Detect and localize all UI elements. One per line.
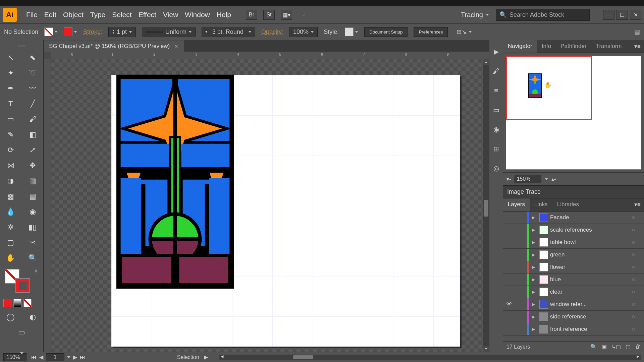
scrollbar-thumb[interactable] [484, 200, 488, 217]
hand-tool[interactable]: ✋ [0, 251, 21, 265]
menu-help[interactable]: Help [217, 11, 231, 19]
first-artboard-icon[interactable]: ⏮ [31, 354, 37, 360]
close-icon[interactable]: ✕ [174, 44, 178, 49]
stock-search[interactable]: 🔍 Search Adobe Stock [496, 9, 590, 21]
eraser-tool[interactable]: ◧ [22, 127, 44, 142]
tab-links[interactable]: Links [530, 198, 552, 211]
opacity-label[interactable]: Opacity: [261, 28, 283, 36]
menu-file[interactable]: File [26, 11, 38, 19]
new-sublayer-icon[interactable]: ↳▢ [611, 344, 621, 350]
ruler-horizontal[interactable]: 012 345 678 9 [51, 52, 489, 59]
scroll-up-arrow[interactable]: ▲ [483, 59, 489, 65]
opacity-input[interactable]: 100% [289, 27, 318, 37]
stroke-label[interactable]: Stroke: [83, 28, 102, 36]
panel-grip[interactable]: ≡≡≡ [0, 44, 43, 50]
color-mode-gradient[interactable] [13, 299, 21, 307]
line-tool[interactable]: ╱ [22, 97, 44, 111]
menu-edit[interactable]: Edit [44, 11, 56, 19]
brush-panel-icon[interactable]: 🖌 [491, 66, 501, 76]
navigator-preview[interactable]: ✋ [506, 56, 641, 170]
symbols-panel-icon[interactable]: ⊞ [491, 144, 501, 154]
preferences-button[interactable]: Preferences [414, 27, 448, 37]
zoom-level[interactable]: 150% [3, 353, 26, 361]
last-artboard-icon[interactable]: ⏭ [80, 354, 85, 360]
slice-tool[interactable]: ✂ [22, 235, 44, 250]
scroll-right-arrow[interactable]: ▶ [637, 354, 639, 359]
tab-layers[interactable]: Layers [503, 198, 530, 211]
layer-row[interactable]: ▶scale references○ [503, 224, 644, 236]
layer-name[interactable]: side reference [550, 313, 629, 320]
expand-layer-icon[interactable]: ▶ [529, 327, 537, 331]
ruler-vertical[interactable] [44, 59, 51, 352]
target-icon[interactable]: ○ [629, 313, 639, 320]
stock-icon[interactable]: St [263, 10, 275, 20]
canvas[interactable]: ▲ ▼ [51, 59, 489, 352]
chevron-down-icon[interactable] [74, 31, 77, 33]
tab-libraries[interactable]: Libraries [552, 198, 584, 211]
status-menu-icon[interactable]: ▶ [204, 354, 208, 360]
expand-layer-icon[interactable]: ▶ [529, 240, 537, 245]
new-layer-icon[interactable]: ▢ [626, 344, 631, 350]
target-icon[interactable]: ○ [629, 214, 639, 221]
selection-tool[interactable]: ↖ [0, 50, 21, 65]
lasso-tool[interactable]: ➰ [22, 66, 44, 80]
layer-row[interactable]: ▶table bowl○ [503, 236, 644, 249]
scrollbar-thumb[interactable] [293, 355, 313, 359]
screen-mode-icon[interactable]: ▭ [0, 325, 43, 340]
layer-row[interactable]: ▶side reference○ [503, 311, 644, 323]
menu-object[interactable]: Object [63, 11, 84, 19]
layer-row[interactable]: ▶flower○ [503, 261, 644, 274]
shape-builder-tool[interactable]: ◑ [0, 174, 21, 188]
shaper-tool[interactable]: ✎ [0, 127, 21, 142]
stroke-weight-input[interactable]: ▲▼ 1 pt [108, 27, 136, 37]
menu-select[interactable]: Select [112, 11, 131, 19]
locate-layer-icon[interactable]: 🔍 [590, 344, 597, 350]
gpu-icon[interactable]: ⟋ [298, 10, 310, 20]
layer-row[interactable]: ▶green○ [503, 249, 644, 261]
mesh-tool[interactable]: ▩ [0, 189, 21, 204]
chevron-down-icon[interactable] [355, 31, 358, 33]
stroke-box[interactable] [15, 278, 30, 293]
color-mode-none[interactable] [23, 299, 32, 307]
width-tool[interactable]: ⋈ [0, 158, 21, 173]
chevron-down-icon[interactable] [54, 31, 58, 33]
vertical-scrollbar[interactable]: ▲ ▼ [483, 59, 489, 352]
clip-mask-icon[interactable]: ▣ [602, 344, 607, 350]
menu-effect[interactable]: Effect [139, 11, 156, 19]
draw-behind-icon[interactable]: ◐ [22, 310, 44, 324]
layer-row[interactable]: ▶blue○ [503, 274, 644, 286]
maximize-button[interactable]: ☐ [616, 10, 628, 20]
layer-name[interactable]: table bowl [550, 239, 629, 246]
graph-tool[interactable]: ▮▯ [22, 220, 44, 235]
scroll-left-arrow[interactable]: ◀ [221, 354, 223, 359]
brush-select[interactable]: • 3 pt. Round [202, 27, 255, 37]
tab-transform[interactable]: Transform [591, 40, 627, 53]
layer-name[interactable]: flower [550, 264, 629, 270]
bridge-icon[interactable]: Br [246, 10, 257, 20]
zoom-out-icon[interactable]: ▾▪ [506, 176, 511, 182]
target-icon[interactable]: ○ [629, 227, 639, 233]
rotate-tool[interactable]: ⟳ [0, 143, 21, 158]
play-icon[interactable]: ▶ [491, 47, 501, 56]
next-artboard-icon[interactable]: ▶ [73, 354, 77, 360]
layer-row[interactable]: ▶Facade○ [503, 212, 644, 224]
prev-artboard-icon[interactable]: ◀ [39, 354, 43, 360]
layer-name[interactable]: scale references [550, 227, 629, 233]
expand-layer-icon[interactable]: ▶ [529, 302, 537, 307]
tab-navigator[interactable]: Navigator [503, 40, 537, 53]
curvature-tool[interactable]: 〰 [22, 81, 44, 96]
expand-layer-icon[interactable]: ▶ [529, 277, 537, 282]
artboard-number[interactable]: 1 [46, 353, 64, 361]
align-to-icon[interactable]: ⊞↘ [457, 28, 472, 36]
expand-layer-icon[interactable]: ▶ [529, 215, 537, 220]
expand-layer-icon[interactable]: ▶ [529, 252, 537, 257]
magic-wand-tool[interactable]: ✦ [0, 66, 21, 80]
zoom-tool[interactable]: 🔍 [22, 251, 44, 265]
control-menu-icon[interactable]: ▤ [634, 28, 640, 36]
appearance-panel-icon[interactable]: ◎ [491, 164, 501, 173]
panel-menu-icon[interactable]: ▾≡ [631, 198, 644, 211]
tab-info[interactable]: Info [537, 40, 556, 53]
chevron-down-icon[interactable] [67, 356, 70, 358]
swap-fill-stroke-icon[interactable]: ⤭ [34, 268, 38, 274]
arrange-docs-icon[interactable]: ▦▾ [281, 10, 292, 20]
